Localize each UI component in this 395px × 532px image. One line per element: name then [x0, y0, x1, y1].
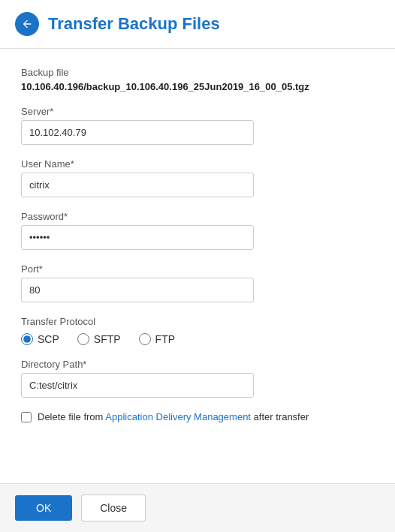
username-group: User Name*	[21, 158, 374, 197]
protocol-ftp-radio[interactable]	[139, 333, 151, 345]
dialog-body: Backup file 10.106.40.196/backup_10.106.…	[0, 49, 395, 483]
password-label: Password*	[21, 211, 374, 222]
dialog-footer: OK Close	[0, 483, 395, 532]
page-title: Transfer Backup Files	[48, 14, 220, 34]
backup-file-group: Backup file 10.106.40.196/backup_10.106.…	[21, 67, 374, 92]
transfer-protocol-label: Transfer Protocol	[21, 316, 374, 327]
backup-filename: 10.106.40.196/backup_10.106.40.196_25Jun…	[21, 81, 374, 92]
protocol-sftp-label: SFTP	[94, 333, 121, 345]
protocol-sftp-radio[interactable]	[77, 333, 89, 345]
protocol-scp-radio[interactable]	[21, 333, 33, 345]
dialog-header: Transfer Backup Files	[0, 0, 395, 49]
transfer-protocol-group: Transfer Protocol SCP SFTP FTP	[21, 316, 374, 345]
username-label: User Name*	[21, 158, 374, 170]
password-group: Password*	[21, 211, 374, 250]
server-input[interactable]	[21, 120, 254, 145]
transfer-backup-dialog: Transfer Backup Files Backup file 10.106…	[0, 0, 395, 532]
directory-path-group: Directory Path*	[21, 359, 374, 398]
back-icon	[21, 18, 33, 30]
backup-file-label: Backup file	[21, 67, 374, 78]
protocol-options: SCP SFTP FTP	[21, 333, 374, 345]
protocol-ftp-option[interactable]: FTP	[139, 333, 175, 345]
close-button[interactable]: Close	[81, 494, 146, 521]
delete-checkbox-group: Delete file from Application Delivery Ma…	[21, 411, 374, 422]
password-input[interactable]	[21, 225, 254, 250]
delete-label-pre: Delete file from	[38, 411, 105, 422]
port-group: Port*	[21, 263, 374, 302]
delete-checkbox-label: Delete file from Application Delivery Ma…	[38, 411, 309, 422]
directory-path-input[interactable]	[21, 373, 254, 398]
server-label: Server*	[21, 106, 374, 117]
protocol-scp-label: SCP	[38, 333, 59, 345]
directory-path-label: Directory Path*	[21, 359, 374, 370]
username-input[interactable]	[21, 173, 254, 197]
port-input[interactable]	[21, 278, 254, 302]
port-label: Port*	[21, 263, 374, 275]
delete-checkbox[interactable]	[21, 412, 32, 422]
delete-label-highlight: Application Delivery Management	[105, 411, 251, 422]
delete-label-post: after transfer	[251, 411, 309, 422]
server-group: Server*	[21, 106, 374, 145]
protocol-scp-option[interactable]: SCP	[21, 333, 59, 345]
protocol-ftp-label: FTP	[155, 333, 175, 345]
ok-button[interactable]: OK	[15, 495, 72, 521]
back-button[interactable]	[15, 12, 39, 36]
protocol-sftp-option[interactable]: SFTP	[77, 333, 121, 345]
